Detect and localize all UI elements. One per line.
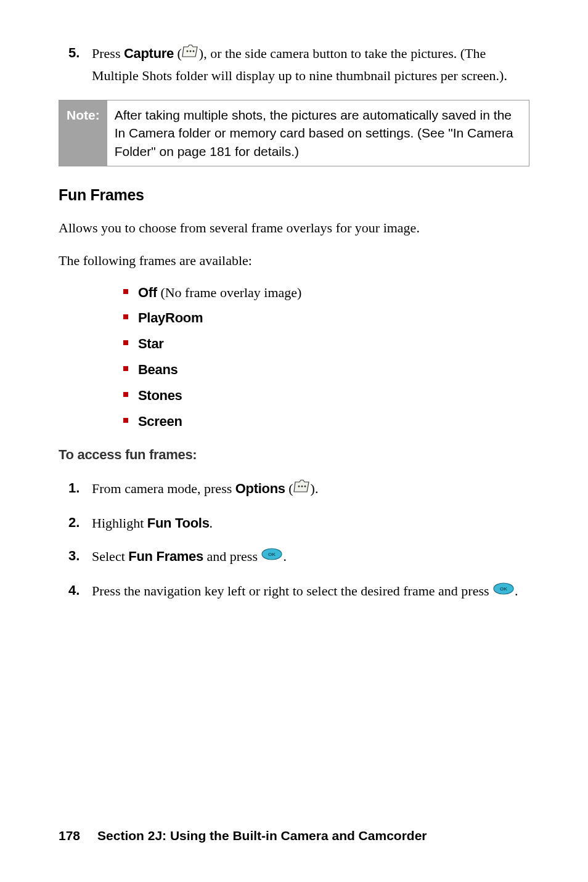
step-number: 4. (68, 581, 92, 603)
list-item: PlayRoom (123, 308, 529, 328)
step-body: Press the navigation key left or right t… (92, 581, 518, 603)
section-title: Section 2J: Using the Built-in Camera an… (97, 827, 427, 845)
steps-list: 1. From camera mode, press Options (). 2… (59, 478, 529, 603)
text: ( (174, 46, 182, 61)
step-5: 5. Press Capture (), or the side camera … (59, 43, 529, 86)
step-body: Highlight Fun Tools. (92, 513, 213, 534)
frames-list: Off (No frame overlay image) PlayRoom St… (59, 283, 529, 431)
step-number: 2. (68, 513, 92, 534)
list-item: Screen (123, 412, 529, 431)
ok-button-icon: OK (261, 546, 283, 567)
svg-point-0 (186, 50, 188, 52)
svg-point-1 (189, 50, 191, 52)
step-number: 3. (68, 546, 92, 568)
text: Select (92, 549, 128, 564)
heading-fun-frames: Fun Frames (59, 184, 529, 206)
item-desc: (No frame overlay image) (157, 285, 302, 300)
paragraph-intro: Allows you to choose from several frame … (59, 218, 529, 238)
note-box: Note: After taking multiple shots, the p… (59, 100, 529, 166)
step-3: 3. Select Fun Frames and press OK. (59, 546, 529, 568)
folder-dots-icon (293, 478, 311, 499)
options-label: Options (235, 481, 285, 496)
capture-label: Capture (124, 46, 174, 61)
paragraph-list-intro: The following frames are available: (59, 250, 529, 271)
funframes-label: Fun Frames (128, 549, 203, 564)
step-2: 2. Highlight Fun Tools. (59, 513, 529, 534)
list-item: Star (123, 334, 529, 354)
step-4: 4. Press the navigation key left or righ… (59, 581, 529, 603)
funtools-label: Fun Tools (147, 515, 210, 531)
text: Press the navigation key left or right t… (92, 583, 492, 598)
item-name: Screen (138, 414, 182, 429)
step-body: From camera mode, press Options (). (92, 478, 318, 500)
text: Highlight (92, 515, 147, 531)
svg-text:OK: OK (500, 586, 507, 592)
ok-button-icon: OK (492, 581, 515, 602)
text: ( (285, 481, 293, 496)
item-name: Star (138, 336, 164, 351)
svg-point-5 (304, 485, 306, 487)
text: . (210, 515, 213, 531)
text: Press (92, 46, 124, 61)
page-number: 178 (59, 827, 80, 845)
step-1: 1. From camera mode, press Options (). (59, 478, 529, 500)
svg-point-3 (298, 485, 300, 487)
step-body: Press Capture (), or the side camera but… (92, 43, 529, 86)
subheading-access: To access fun frames: (59, 445, 529, 465)
item-name: Stones (138, 388, 182, 403)
note-body: After taking multiple shots, the picture… (107, 100, 529, 166)
note-label: Note: (59, 100, 107, 166)
text: From camera mode, press (92, 481, 235, 496)
step-body: Select Fun Frames and press OK. (92, 546, 287, 568)
text: . (515, 583, 518, 598)
svg-text:OK: OK (268, 552, 276, 557)
folder-dots-icon (182, 43, 199, 64)
svg-point-4 (301, 485, 303, 487)
text: . (283, 549, 287, 564)
step-number: 5. (68, 43, 92, 86)
page-footer: 178 Section 2J: Using the Built-in Camer… (59, 827, 529, 845)
item-name: PlayRoom (138, 310, 203, 325)
list-item: Stones (123, 386, 529, 406)
text: ). (311, 481, 319, 496)
list-item: Off (No frame overlay image) (123, 283, 529, 303)
item-name: Off (138, 285, 157, 300)
text: and press (203, 549, 261, 564)
item-name: Beans (138, 362, 178, 377)
list-item: Beans (123, 360, 529, 380)
svg-point-2 (192, 50, 194, 52)
step-number: 1. (68, 478, 92, 500)
